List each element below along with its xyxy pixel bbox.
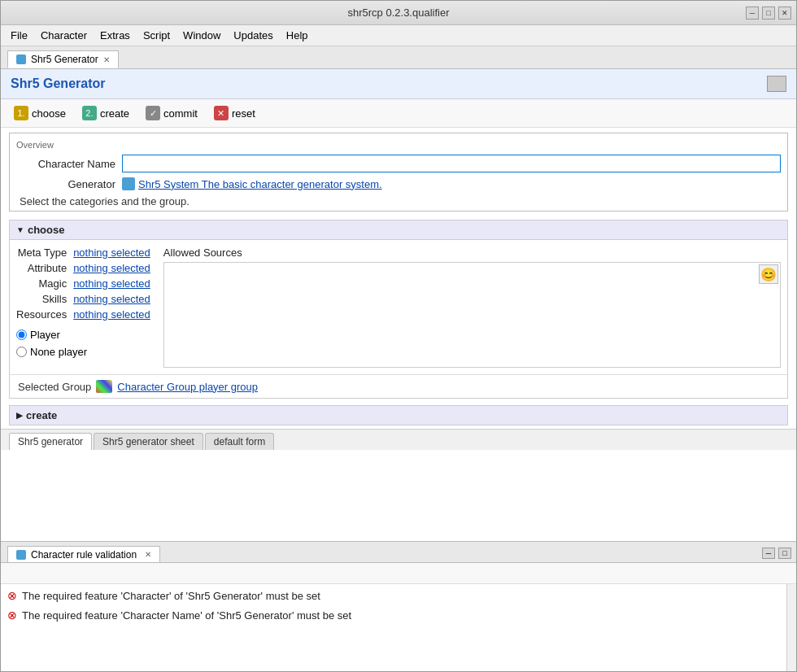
- main-content: Shr5 Generator ✕ Shr5 Generator 1. choos…: [1, 46, 796, 671]
- menu-bar: File Character Extras Script Window Upda…: [1, 25, 796, 46]
- generator-icon-button[interactable]: [767, 76, 786, 92]
- allowed-sources-col: Allowed Sources 😊: [163, 247, 781, 368]
- validation-scrollbar[interactable]: [786, 584, 796, 671]
- player-radio-group: Player None player: [16, 329, 150, 358]
- selected-group-row: Selected Group Character Group player gr…: [10, 374, 787, 398]
- validation-tab-bar: Character rule validation ✕ ─ □: [1, 542, 796, 563]
- group-icon: [96, 380, 112, 393]
- restore-button[interactable]: □: [762, 7, 775, 20]
- magic-label: Magic: [16, 277, 67, 290]
- menu-script[interactable]: Script: [137, 27, 176, 44]
- commit-button[interactable]: ✓ commit: [142, 104, 201, 122]
- resources-value[interactable]: nothing selected: [73, 308, 150, 321]
- overview-legend: Overview: [16, 140, 781, 150]
- magic-value[interactable]: nothing selected: [73, 277, 150, 290]
- generator-panel: Shr5 Generator ✕ Shr5 Generator 1. choos…: [1, 46, 796, 541]
- generator-link[interactable]: Shr5 System The basic character generato…: [122, 177, 382, 190]
- validation-tab-controls: ─ □: [762, 548, 791, 559]
- create-button[interactable]: 2. create: [79, 104, 133, 122]
- none-player-radio-label: None player: [30, 346, 87, 358]
- none-player-radio[interactable]: [16, 347, 27, 357]
- validation-tab[interactable]: Character rule validation ✕: [7, 546, 160, 562]
- menu-file[interactable]: File: [4, 27, 34, 44]
- choose-left-col: Meta Type nothing selected Attribute not…: [16, 247, 150, 368]
- resources-label: Resources: [16, 308, 67, 321]
- main-window: shr5rcp 0.2.3.qualifier ─ □ ✕ File Chara…: [0, 0, 797, 672]
- create-label: create: [100, 107, 129, 120]
- btab-shr5-generator-sheet[interactable]: Shr5 generator sheet: [94, 433, 203, 450]
- validation-minimize-button[interactable]: ─: [762, 548, 775, 559]
- tab-close-button[interactable]: ✕: [103, 55, 110, 64]
- error-icon-1: ⊗: [7, 589, 17, 602]
- choose-section-label: choose: [28, 224, 65, 236]
- choose-icon: 1.: [14, 106, 28, 120]
- generator-row: Generator Shr5 System The basic characte…: [16, 177, 781, 190]
- create-chevron-icon: ▶: [16, 411, 23, 420]
- validation-body-wrapper: ⊗ The required feature 'Character' of 'S…: [1, 584, 796, 671]
- choose-chevron-icon: ▼: [16, 225, 24, 234]
- validation-tab-close[interactable]: ✕: [145, 550, 151, 559]
- shr5-generator-tab[interactable]: Shr5 Generator ✕: [7, 50, 119, 68]
- group-link[interactable]: Character Group player group: [117, 381, 258, 393]
- generator-link-icon: [122, 177, 135, 190]
- meta-grid: Meta Type nothing selected Attribute not…: [16, 247, 150, 321]
- generator-toolbar: 1. choose 2. create ✓ commit ✕ reset: [1, 99, 796, 128]
- error-text-1: The required feature 'Character' of 'Shr…: [22, 590, 320, 602]
- attribute-label: Attribute: [16, 262, 67, 274]
- attribute-value[interactable]: nothing selected: [73, 262, 150, 274]
- commit-label: commit: [163, 107, 198, 120]
- sources-emoji-button[interactable]: 😊: [759, 264, 778, 284]
- error-row-1: ⊗ The required feature 'Character' of 'S…: [7, 587, 790, 604]
- character-name-input[interactable]: [122, 155, 781, 172]
- minimize-button[interactable]: ─: [746, 7, 759, 20]
- validation-panel: Character rule validation ✕ ─ □ ⊗ The re…: [1, 541, 796, 671]
- validation-scroll-content: ⊗ The required feature 'Character' of 'S…: [1, 584, 796, 671]
- choose-section: ▼ choose Meta Type nothing selected Attr…: [9, 220, 788, 399]
- svg-point-0: [18, 552, 24, 558]
- close-button[interactable]: ✕: [778, 7, 791, 20]
- title-bar-controls: ─ □ ✕: [746, 7, 791, 20]
- menu-updates[interactable]: Updates: [227, 27, 279, 44]
- allowed-sources-box: 😊: [163, 262, 781, 368]
- create-icon: 2.: [82, 106, 97, 120]
- window-title: shr5rcp 0.2.3.qualifier: [347, 7, 449, 19]
- meta-type-value[interactable]: nothing selected: [73, 247, 150, 259]
- selected-group-label: Selected Group: [18, 381, 91, 393]
- choose-section-body: Meta Type nothing selected Attribute not…: [10, 240, 787, 374]
- character-name-row: Character Name: [16, 155, 781, 172]
- error-text-2: The required feature 'Character Name' of…: [22, 609, 351, 622]
- skills-value[interactable]: nothing selected: [73, 293, 150, 305]
- choose-section-header[interactable]: ▼ choose: [10, 220, 787, 240]
- none-player-radio-item[interactable]: None player: [16, 346, 150, 358]
- validation-tab-label: Character rule validation: [31, 549, 137, 561]
- create-section: ▶ create: [9, 405, 788, 425]
- reset-label: reset: [232, 107, 255, 120]
- player-radio-item[interactable]: Player: [16, 329, 150, 341]
- choose-label: choose: [32, 107, 66, 120]
- create-section-label: create: [26, 409, 57, 421]
- generator-link-text: Shr5 System The basic character generato…: [138, 178, 382, 190]
- menu-window[interactable]: Window: [176, 27, 227, 44]
- menu-character[interactable]: Character: [34, 27, 94, 44]
- player-radio[interactable]: [16, 329, 27, 340]
- validation-maximize-button[interactable]: □: [778, 548, 791, 559]
- title-bar: shr5rcp 0.2.3.qualifier ─ □ ✕: [1, 1, 796, 25]
- player-radio-label: Player: [30, 329, 60, 341]
- create-section-header[interactable]: ▶ create: [10, 406, 787, 425]
- tab-icon: [16, 55, 26, 64]
- skills-label: Skills: [16, 293, 67, 305]
- commit-icon: ✓: [146, 106, 160, 120]
- reset-button[interactable]: ✕ reset: [211, 104, 259, 122]
- overview-section: Overview Character Name Generator Shr5 S…: [9, 133, 788, 212]
- allowed-sources-label: Allowed Sources: [163, 247, 781, 259]
- error-row-2: ⊗ The required feature 'Character Name' …: [7, 607, 790, 623]
- menu-extras[interactable]: Extras: [94, 27, 137, 44]
- generator-title: Shr5 Generator: [11, 76, 105, 91]
- tab-label: Shr5 Generator: [31, 54, 98, 65]
- btab-default-form[interactable]: default form: [205, 433, 274, 450]
- menu-help[interactable]: Help: [280, 27, 315, 44]
- character-name-label: Character Name: [16, 158, 122, 170]
- select-hint: Select the categories and the group.: [16, 195, 781, 207]
- choose-button[interactable]: 1. choose: [11, 104, 69, 122]
- btab-shr5-generator[interactable]: Shr5 generator: [9, 433, 92, 450]
